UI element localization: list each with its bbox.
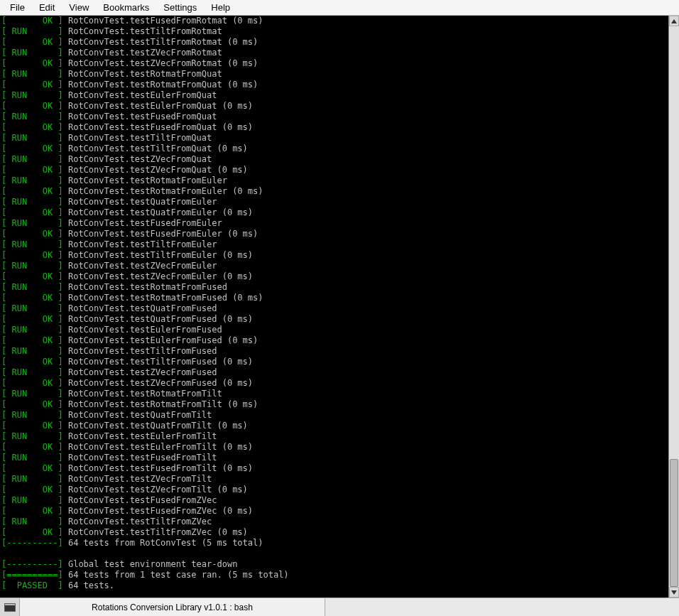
menu-bookmarks[interactable]: Bookmarks (96, 1, 156, 14)
menu-view[interactable]: View (62, 1, 96, 14)
statusbar: Rotations Conversion Library v1.0.1 : ba… (0, 598, 679, 616)
menu-edit[interactable]: Edit (32, 1, 62, 14)
terminal-icon (4, 603, 16, 612)
scroll-up-button[interactable] (669, 16, 679, 26)
scroll-down-button[interactable] (669, 587, 679, 598)
chevron-up-icon (671, 19, 677, 23)
menu-help[interactable]: Help (204, 1, 237, 14)
chevron-down-icon (671, 590, 677, 595)
terminal-output[interactable]: [ OK ] RotConvTest.testFusedFromRotmat (… (0, 16, 668, 598)
svg-rect-1 (5, 604, 15, 605)
scrollbar[interactable] (668, 16, 679, 598)
terminal-area: [ OK ] RotConvTest.testFusedFromRotmat (… (0, 16, 679, 598)
menu-settings[interactable]: Settings (156, 1, 204, 14)
menubar: File Edit View Bookmarks Settings Help (0, 0, 679, 16)
tab-title[interactable]: Rotations Conversion Library v1.0.1 : ba… (20, 598, 325, 616)
new-tab-button[interactable] (0, 598, 20, 616)
menu-file[interactable]: File (3, 1, 32, 14)
scroll-thumb[interactable] (670, 459, 678, 587)
scroll-track[interactable] (669, 26, 679, 587)
